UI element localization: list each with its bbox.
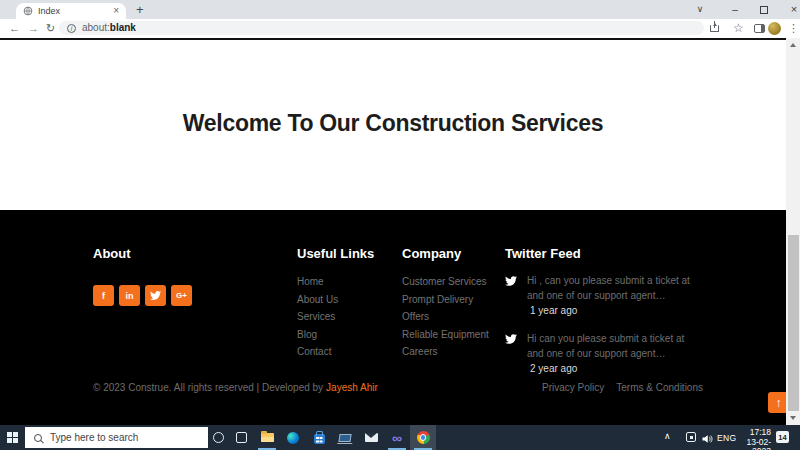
browser-toolbar: ← → ↻ i about:blank ☆ ⋮ bbox=[0, 19, 800, 38]
window-maximize-button[interactable] bbox=[760, 6, 768, 14]
footer-company-column: Company Customer Services Prompt Deliver… bbox=[402, 246, 505, 389]
twitter-bird-icon bbox=[505, 275, 517, 287]
google-plus-icon[interactable]: G+ bbox=[171, 285, 192, 306]
profile-avatar[interactable] bbox=[768, 22, 781, 35]
chrome-icon bbox=[417, 431, 430, 444]
visual-studio-button[interactable]: ∞ bbox=[384, 425, 410, 450]
company-links-list: Customer Services Prompt Delivery Offers… bbox=[402, 273, 505, 361]
footer-about-title: About bbox=[93, 246, 297, 261]
edge-button[interactable] bbox=[280, 425, 306, 450]
scrollbar-up-arrow[interactable] bbox=[786, 38, 800, 52]
tweet-time: 2 year ago bbox=[530, 363, 577, 374]
new-tab-button[interactable]: + bbox=[136, 2, 144, 17]
link-reliable-equipment[interactable]: Reliable Equipment bbox=[402, 326, 505, 344]
facebook-icon[interactable]: f bbox=[93, 285, 114, 306]
link-careers[interactable]: Careers bbox=[402, 343, 505, 361]
windows-logo-icon bbox=[7, 432, 18, 443]
privacy-policy-link[interactable]: Privacy Policy bbox=[542, 382, 604, 393]
share-icon[interactable] bbox=[710, 25, 719, 32]
store-icon bbox=[314, 434, 325, 444]
url-text[interactable]: about:blank bbox=[82, 21, 136, 35]
bookmark-star-icon[interactable]: ☆ bbox=[733, 21, 744, 35]
file-explorer-button[interactable] bbox=[254, 425, 280, 450]
hero-section: Welcome To Our Construction Services bbox=[0, 40, 786, 210]
footer-twitter-title: Twitter Feed bbox=[505, 246, 703, 261]
linkedin-icon[interactable]: in bbox=[119, 285, 140, 306]
tab-title: Index bbox=[38, 6, 108, 16]
link-home[interactable]: Home bbox=[297, 273, 402, 291]
visual-studio-icon: ∞ bbox=[392, 431, 402, 445]
microsoft-store-button[interactable] bbox=[306, 425, 332, 450]
tweet-body: Hi , can you please submit a ticket at a… bbox=[527, 275, 690, 301]
address-bar[interactable]: i about:blank bbox=[59, 21, 704, 35]
link-blog[interactable]: Blog bbox=[297, 326, 402, 344]
link-offers[interactable]: Offers bbox=[402, 308, 505, 326]
volume-icon[interactable] bbox=[701, 431, 713, 449]
page-info-icon[interactable]: i bbox=[67, 24, 76, 33]
screen: Index × + ∨ – × ← → ↻ i about:blank ☆ ⋮ … bbox=[0, 0, 800, 450]
device-app-button[interactable] bbox=[332, 425, 358, 450]
file-explorer-icon bbox=[261, 433, 274, 442]
start-button[interactable] bbox=[0, 425, 25, 450]
task-view-icon[interactable] bbox=[236, 432, 247, 443]
footer-about-column: About f in G+ bbox=[93, 246, 297, 389]
copyright-text: © 2023 Construe. All rights reserved | D… bbox=[93, 382, 323, 393]
tweet-text: Hi , can you please submit a ticket at a… bbox=[527, 273, 695, 318]
web-page: Welcome To Our Construction Services Abo… bbox=[0, 38, 800, 425]
window-close-button[interactable]: × bbox=[788, 4, 800, 15]
page-scrollbar[interactable] bbox=[786, 38, 800, 425]
footer-useful-links-column: Useful Links Home About Us Services Blog… bbox=[297, 246, 402, 389]
clock-date: 13-02-2023 bbox=[735, 438, 771, 450]
scrollbar-down-arrow[interactable] bbox=[786, 411, 800, 425]
tweet-text: Hi can you please submit a ticket at and… bbox=[527, 331, 695, 376]
device-icon bbox=[338, 434, 351, 442]
mail-button[interactable] bbox=[358, 425, 384, 450]
twitter-bird-icon bbox=[505, 333, 517, 345]
language-indicator[interactable]: ENG bbox=[717, 433, 736, 443]
tray-icon[interactable] bbox=[686, 432, 696, 442]
globe-favicon-icon bbox=[23, 6, 33, 16]
footer-company-title: Company bbox=[402, 246, 505, 261]
forward-icon[interactable]: → bbox=[28, 22, 39, 34]
side-panel-icon[interactable] bbox=[754, 24, 765, 33]
window-chevron-icon[interactable]: ∨ bbox=[694, 4, 706, 15]
browser-menu-icon[interactable]: ⋮ bbox=[788, 22, 799, 35]
link-about-us[interactable]: About Us bbox=[297, 291, 402, 309]
mail-icon bbox=[365, 433, 378, 442]
page-title: Welcome To Our Construction Services bbox=[0, 110, 786, 137]
useful-links-list: Home About Us Services Blog Contact bbox=[297, 273, 402, 361]
terms-conditions-link[interactable]: Terms & Conditions bbox=[616, 382, 703, 393]
link-prompt-delivery[interactable]: Prompt Delivery bbox=[402, 291, 505, 309]
refresh-icon[interactable]: ↻ bbox=[46, 22, 55, 35]
url-host: blank bbox=[110, 22, 136, 33]
twitter-icon[interactable] bbox=[145, 285, 166, 306]
link-customer-services[interactable]: Customer Services bbox=[402, 273, 505, 291]
tab-close-icon[interactable]: × bbox=[113, 6, 119, 16]
developer-link[interactable]: Jayesh Ahir bbox=[326, 382, 378, 393]
scrollbar-thumb[interactable] bbox=[788, 235, 799, 411]
tweet-item[interactable]: Hi , can you please submit a ticket at a… bbox=[505, 273, 703, 318]
cortana-icon[interactable] bbox=[213, 432, 224, 443]
url-scheme: about: bbox=[82, 22, 110, 33]
windows-taskbar: Type here to search ∞ ∧ ENG 17:18 13-02-… bbox=[0, 425, 800, 450]
link-contact[interactable]: Contact bbox=[297, 343, 402, 361]
copyright: © 2023 Construe. All rights reserved | D… bbox=[93, 382, 378, 393]
social-links: f in G+ bbox=[93, 285, 297, 306]
edge-icon bbox=[287, 432, 299, 444]
link-services[interactable]: Services bbox=[297, 308, 402, 326]
footer-useful-links-title: Useful Links bbox=[297, 246, 402, 261]
action-center-icon[interactable]: 14 bbox=[776, 431, 789, 443]
tweet-item[interactable]: Hi can you please submit a ticket at and… bbox=[505, 331, 703, 376]
taskbar-apps: ∞ bbox=[254, 425, 436, 450]
browser-tab[interactable]: Index × bbox=[16, 3, 126, 19]
tweet-body: Hi can you please submit a ticket at and… bbox=[527, 333, 684, 359]
chrome-button[interactable] bbox=[410, 425, 436, 450]
tray-chevron-icon[interactable]: ∧ bbox=[664, 431, 671, 441]
browser-tab-strip: Index × + ∨ – × bbox=[0, 0, 800, 19]
window-minimize-button[interactable]: – bbox=[729, 4, 741, 15]
footer-columns: About f in G+ Useful Links Home About bbox=[0, 210, 786, 389]
clock[interactable]: 17:18 13-02-2023 bbox=[735, 428, 771, 450]
arrow-up-icon: ↑ bbox=[776, 396, 782, 410]
back-icon[interactable]: ← bbox=[9, 22, 20, 34]
taskbar-search-input[interactable]: Type here to search bbox=[25, 427, 208, 448]
